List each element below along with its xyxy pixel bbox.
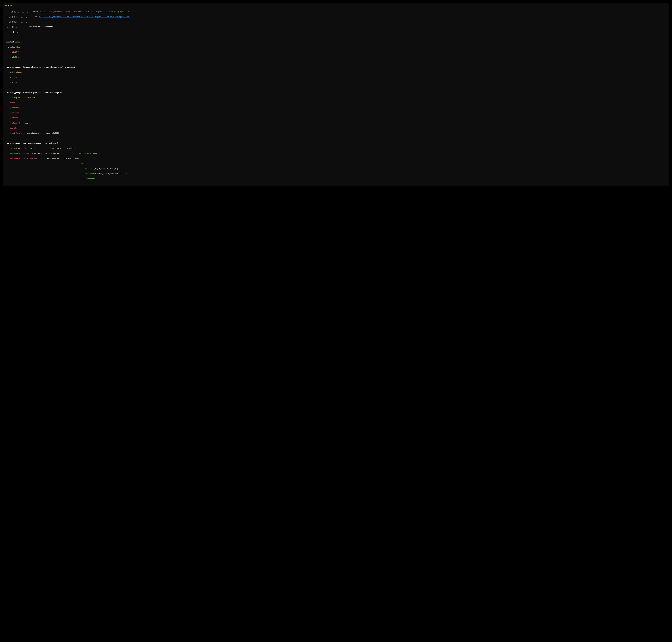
ascii-logo-line: |___/ — [5, 31, 28, 33]
added-key: │ │ key: — [77, 167, 88, 169]
entries-removed-label: - two map entries removed: — [5, 97, 35, 99]
diff-added: + v1.20.0 — [5, 56, 20, 58]
removed-val: ((uaa_login_saml.private_key)) — [30, 152, 63, 154]
maximize-icon[interactable] — [11, 5, 12, 7]
terminal-content: _| |_ _ / _|/ _| between https://raw.git… — [3, 7, 669, 186]
added-val: ((uaa_login_saml.certificate)) — [96, 172, 129, 175]
between-label: between — [29, 11, 40, 13]
removed-key: │ client_cert: — [5, 117, 25, 119]
removed-key: serviceProviderCertificate: — [5, 157, 38, 159]
removed-key: │ ca_cert: — [5, 112, 21, 114]
added-key: │ │ certificate: — [77, 172, 96, 175]
terminal-window: _| |_ _ / _|/ _| between https://raw.git… — [3, 3, 669, 186]
removed-val: nil — [21, 112, 25, 114]
ascii-logo-line: \__,_|\__, |_| |_| — [5, 26, 28, 28]
removed-val: ((uaa_login_saml.certificate)) — [38, 157, 71, 159]
removed-key: │ client_key: — [5, 122, 24, 124]
window-titlebar — [3, 3, 669, 7]
removed-key: locket: — [5, 127, 17, 129]
ascii-logo-line: / _' | | | | |_| |_ — [5, 16, 28, 17]
removed-key: │ machines: — [5, 107, 21, 109]
removed-key: │ api_location: — [5, 132, 26, 134]
url-from[interactable]: https://raw.githubusercontent.com/cloudf… — [40, 11, 131, 13]
added-key: activeKeyId: — [77, 152, 92, 154]
value-change-label: ± value change — [5, 46, 23, 48]
ascii-logo-line: _| |_ _ / _|/ _| — [5, 11, 29, 13]
entries-added-label: + two map entries added: — [50, 147, 75, 149]
removed-val: nil — [25, 117, 29, 119]
diff-path: instance_groups.diego-api.jobs.bbs.prope… — [5, 91, 64, 93]
ascii-logo-line: | (_| | |_| | _| _| — [5, 21, 28, 23]
diff-count: 80 differences — [38, 26, 53, 28]
diff-removed: - v1.10.0 — [5, 51, 20, 53]
diff-path: manifest_version — [5, 41, 23, 43]
added-val: ((uaa_login_saml.private_key)) — [88, 167, 120, 169]
and-label: and — [28, 16, 39, 17]
minimize-icon[interactable] — [8, 5, 9, 7]
removed-key: etcd: — [5, 102, 15, 104]
added-key: │ │ passphrase: — [77, 178, 95, 180]
diff-path: instance_groups.uaa.jobs.uaa.properties.… — [5, 142, 58, 144]
diff-removed: - 33306 — [5, 76, 17, 78]
removed-val: [] — [21, 107, 24, 109]
value-change-label: ± value change — [5, 71, 23, 73]
entries-removed-label: - two map entries removed: — [5, 147, 35, 149]
diff-added: + 13306 — [5, 81, 17, 84]
diff-path: instance_groups.database.jobs.mysql.prop… — [5, 66, 75, 68]
removed-val: nil — [24, 122, 28, 124]
close-icon[interactable] — [5, 5, 7, 7]
url-to[interactable]: https://raw.githubusercontent.com/cloudf… — [39, 16, 130, 17]
returned-label: returned — [28, 26, 38, 28]
removed-key: serviceProviderKey: — [5, 152, 30, 154]
removed-val: locket.service.cf.internal:8891 — [26, 132, 59, 134]
added-key: keys: — [73, 157, 80, 159]
added-key: │ key-1: — [77, 162, 88, 164]
added-val: key-1 — [92, 152, 98, 154]
